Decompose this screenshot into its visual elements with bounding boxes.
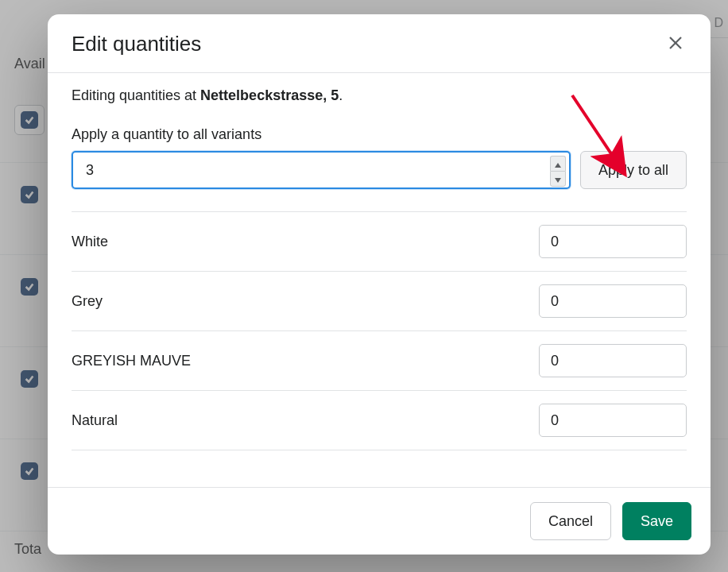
- variant-quantity-input-wrap: [539, 344, 687, 377]
- editing-suffix: .: [339, 87, 343, 103]
- cancel-button[interactable]: Cancel: [530, 502, 611, 540]
- close-button[interactable]: [664, 33, 687, 56]
- variant-row: Natural: [72, 391, 687, 450]
- step-down-button[interactable]: [550, 171, 566, 187]
- apply-to-all-button-label: Apply to all: [598, 162, 668, 179]
- variant-quantity-input[interactable]: [540, 226, 711, 257]
- modal-title: Edit quantities: [72, 32, 201, 56]
- variants-list: WhiteGreyGREYISH MAUVENatural: [72, 212, 687, 450]
- svg-marker-2: [555, 163, 561, 168]
- modal-footer: Cancel Save: [48, 487, 711, 555]
- variant-quantity-input-wrap: [539, 225, 687, 258]
- edit-quantities-modal: Edit quantities Editing quantities at Ne…: [48, 14, 711, 555]
- quantity-stepper: [550, 153, 569, 187]
- cancel-button-label: Cancel: [548, 513, 593, 530]
- editing-location: Nettelbeckstrasse, 5: [200, 87, 339, 103]
- variant-row: Grey: [72, 272, 687, 331]
- variant-name: White: [72, 234, 108, 250]
- editing-prefix: Editing quantities at: [72, 87, 200, 103]
- variant-quantity-input-wrap: [539, 284, 687, 318]
- variant-quantity-input-wrap: [539, 404, 687, 437]
- apply-to-all-input[interactable]: [73, 153, 550, 187]
- variant-name: GREYISH MAUVE: [72, 353, 191, 369]
- step-up-button[interactable]: [550, 156, 566, 171]
- variant-name: Natural: [72, 412, 118, 429]
- apply-to-all-label: Apply a quantity to all variants: [72, 126, 687, 143]
- svg-marker-3: [555, 178, 561, 183]
- apply-to-all-input-wrap: [72, 151, 571, 189]
- variant-quantity-input[interactable]: [540, 285, 711, 317]
- variant-row: GREYISH MAUVE: [72, 331, 687, 391]
- variant-name: Grey: [72, 293, 103, 310]
- save-button[interactable]: Save: [622, 502, 691, 540]
- modal-body: Editing quantities at Nettelbeckstrasse,…: [48, 73, 711, 487]
- apply-to-all-button[interactable]: Apply to all: [580, 151, 687, 189]
- variant-quantity-input[interactable]: [540, 345, 711, 377]
- close-icon: [666, 43, 685, 55]
- modal-header: Edit quantities: [48, 14, 711, 73]
- chevron-down-icon: [555, 172, 561, 186]
- save-button-label: Save: [641, 513, 673, 530]
- variant-quantity-input[interactable]: [540, 404, 711, 436]
- apply-to-all-row: Apply to all: [72, 151, 687, 212]
- editing-location-line: Editing quantities at Nettelbeckstrasse,…: [72, 87, 687, 104]
- variant-row: White: [72, 212, 687, 272]
- chevron-up-icon: [555, 157, 561, 171]
